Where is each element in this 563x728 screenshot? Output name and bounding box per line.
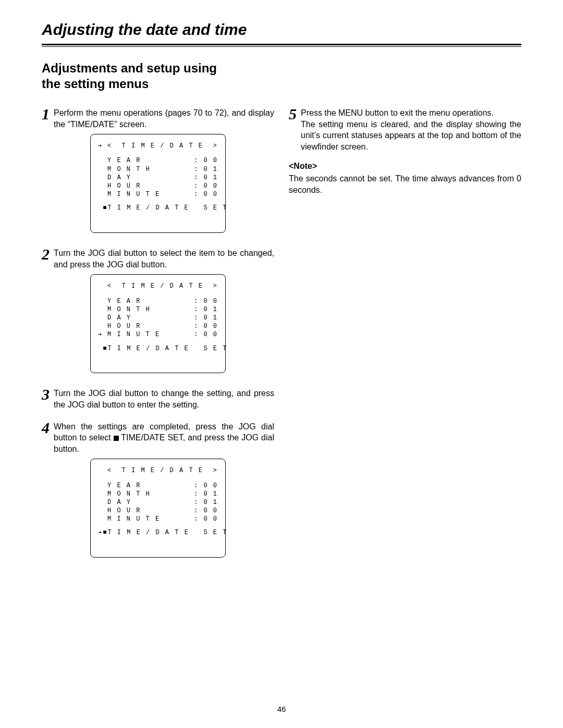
osd-row: M I N U T E: 0 0 [98, 190, 218, 199]
rule-thin [42, 46, 521, 47]
osd-set: ■T I M E / D A T E S E T [98, 344, 218, 353]
square-icon [114, 436, 119, 441]
screen-4: < T I M E / D A T E > Y E A R: 0 0 M O N… [90, 459, 226, 558]
page-title: Adjusting the date and time [42, 21, 521, 39]
step-text: Perform the menu operations (pages 70 to… [54, 107, 274, 130]
osd-row: D A Y: 0 1 [98, 314, 218, 322]
rule-thick [42, 44, 521, 45]
osd-title: ➔< T I M E / D A T E > [98, 142, 218, 150]
osd-row: H O U R: 0 0 [98, 507, 218, 515]
screen-1: ➔< T I M E / D A T E > Y E A R: 0 0 M O … [90, 134, 226, 233]
step-number: 3 [42, 387, 50, 402]
subtitle-line1: Adjustments and setup using [42, 61, 217, 75]
osd-title: < T I M E / D A T E > [98, 466, 218, 475]
step5-main: Press the MENU button to exit the menu o… [301, 108, 494, 117]
step-number: 4 [42, 420, 50, 436]
note-heading: <Note> [289, 162, 521, 171]
osd-row: ➔M I N U T E: 0 0 [98, 330, 218, 339]
step-3: 3 Turn the JOG dial button to change the… [42, 388, 274, 410]
osd-row: Y E A R: 0 0 [98, 297, 218, 305]
osd-row: M I N U T E: 0 0 [98, 515, 218, 523]
step-text: Turn the JOG dial button to select the i… [54, 248, 274, 270]
right-column: 5 Press the MENU button to exit the menu… [289, 107, 521, 196]
osd-row: H O U R: 0 0 [98, 322, 218, 330]
left-column: 1 Perform the menu operations (pages 70 … [42, 107, 274, 572]
step-text: Turn the JOG dial button to change the s… [54, 388, 274, 410]
page-number: 46 [0, 705, 563, 713]
osd-row: M O N T H: 0 1 [98, 305, 218, 314]
osd-row: Y E A R: 0 0 [98, 156, 218, 165]
osd-row: H O U R: 0 0 [98, 182, 218, 190]
osd-row: D A Y: 0 1 [98, 174, 218, 182]
step-number: 1 [42, 106, 50, 122]
screen-2: < T I M E / D A T E > Y E A R: 0 0 M O N… [90, 274, 226, 373]
manual-page: Adjusting the date and time Adjustments … [0, 0, 563, 728]
osd-row: D A Y: 0 1 [98, 498, 218, 507]
step-5: 5 Press the MENU button to exit the menu… [289, 107, 521, 152]
step-number: 5 [289, 106, 297, 122]
osd-set: ■T I M E / D A T E S E T [98, 204, 218, 212]
step5-extra: The setting menu is cleared, and the dis… [301, 120, 521, 151]
subtitle-line2: the setting menus [42, 77, 149, 91]
osd-row: M O N T H: 0 1 [98, 165, 218, 174]
step-2: 2 Turn the JOG dial button to select the… [42, 248, 274, 270]
osd-row: Y E A R: 0 0 [98, 482, 218, 490]
two-column-layout: 1 Perform the menu operations (pages 70 … [42, 107, 521, 572]
osd-row: M O N T H: 0 1 [98, 490, 218, 498]
osd-set: ➔■T I M E / D A T E S E T [98, 528, 218, 537]
step-number: 2 [42, 246, 50, 262]
step-4: 4 When the settings are completed, press… [42, 421, 274, 455]
section-subtitle: Adjustments and setup using the setting … [42, 60, 521, 92]
step-text: Press the MENU button to exit the menu o… [301, 107, 521, 152]
step-1: 1 Perform the menu operations (pages 70 … [42, 107, 274, 130]
note-text: The seconds cannot be set. The time alwa… [289, 173, 521, 195]
osd-title: < T I M E / D A T E > [98, 282, 218, 290]
step-text: When the settings are completed, press t… [54, 421, 274, 455]
